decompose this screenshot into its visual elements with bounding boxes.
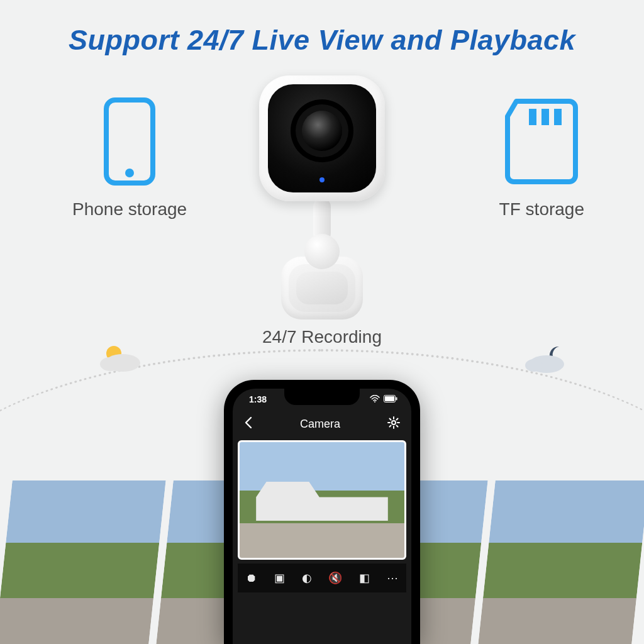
live-view[interactable]: [238, 440, 406, 560]
sd-card-icon: [504, 177, 579, 187]
camera-lens-icon: [302, 111, 342, 151]
status-time: 1:38: [249, 394, 267, 404]
app-bar: Camera: [233, 410, 411, 438]
moon-cloud-icon: [525, 343, 572, 377]
thumbnail: [0, 480, 170, 644]
feature-phone-storage-label: Phone storage: [72, 199, 187, 219]
player-toolbar: ⏺ ▣ ◐ 🔇 ◧ ⋯: [238, 564, 406, 592]
phone-icon: [103, 177, 157, 187]
svg-point-14: [392, 421, 396, 425]
svg-point-9: [525, 359, 543, 372]
light-icon[interactable]: ◐: [302, 571, 312, 585]
wifi-icon: [370, 394, 380, 404]
svg-rect-3: [541, 109, 549, 125]
app-title: Camera: [300, 418, 340, 431]
sun-cloud-icon: [97, 343, 144, 377]
talk-icon[interactable]: ◧: [359, 571, 370, 585]
feature-tf-storage: TF storage: [499, 97, 584, 219]
gear-icon[interactable]: [387, 416, 400, 432]
snapshot-icon[interactable]: ▣: [274, 571, 285, 585]
svg-rect-12: [385, 396, 394, 401]
svg-point-7: [100, 357, 120, 371]
phone-mockup: 1:38 Camera ⏺ ▣ ◐: [224, 380, 420, 644]
thumbnail: [474, 480, 644, 644]
svg-rect-4: [554, 109, 562, 125]
phone-notch: [284, 389, 360, 405]
svg-rect-13: [396, 397, 397, 401]
feature-tf-storage-label: TF storage: [499, 199, 584, 219]
mute-icon[interactable]: 🔇: [328, 571, 342, 585]
svg-point-1: [125, 169, 134, 177]
battery-icon: [384, 394, 397, 404]
feature-phone-storage: Phone storage: [72, 97, 187, 219]
chevron-left-icon[interactable]: [244, 416, 253, 432]
svg-rect-2: [529, 109, 536, 125]
camera-led-icon: [319, 177, 325, 182]
security-camera-illustration: [253, 75, 391, 296]
more-icon[interactable]: ⋯: [387, 571, 398, 585]
record-icon[interactable]: ⏺: [246, 572, 257, 585]
page-title: Support 24/7 Live View and Playback: [0, 24, 644, 57]
svg-point-10: [374, 401, 375, 402]
